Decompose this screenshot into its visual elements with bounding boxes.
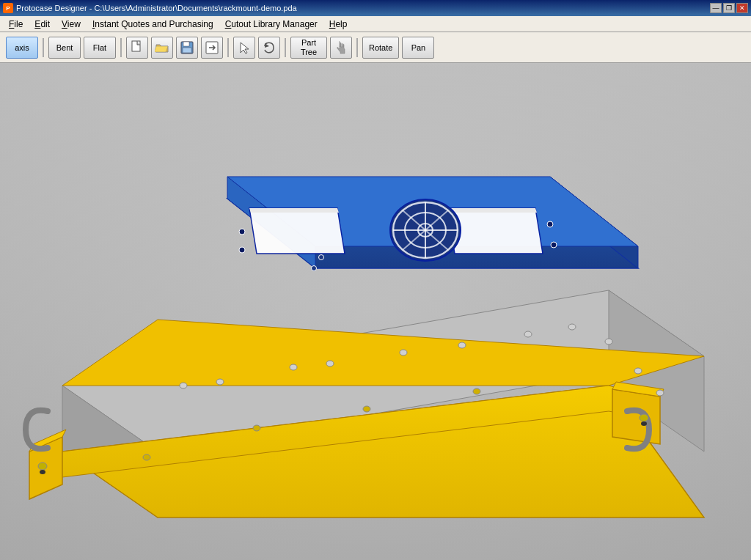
menu-file[interactable]: File [3, 18, 29, 31]
toolbar-separator-5 [356, 38, 358, 57]
toolbar-separator-2 [120, 38, 122, 57]
open-file-button[interactable] [151, 37, 173, 59]
toolbar-separator-3 [227, 38, 229, 57]
svg-point-44 [326, 361, 334, 366]
rotate-button[interactable]: Rotate [362, 37, 399, 59]
svg-marker-5 [265, 43, 269, 48]
svg-point-53 [253, 425, 260, 431]
title-bar: P Protocase Designer - C:\Users\Administ… [0, 0, 751, 16]
svg-point-49 [605, 339, 612, 345]
svg-point-17 [38, 463, 47, 470]
svg-rect-2 [183, 42, 189, 46]
menu-view[interactable]: View [56, 18, 87, 31]
svg-point-48 [568, 324, 576, 330]
svg-point-57 [312, 266, 317, 271]
select-tool-button[interactable] [233, 37, 255, 59]
axis-button[interactable]: axis [6, 37, 38, 59]
svg-point-18 [40, 470, 45, 474]
cursor-icon [237, 40, 252, 55]
title-controls: — ❐ ✕ [710, 3, 748, 13]
svg-marker-15 [612, 389, 660, 444]
svg-marker-28 [447, 208, 537, 213]
svg-point-39 [547, 221, 553, 227]
svg-point-20 [641, 421, 647, 426]
svg-point-38 [239, 247, 245, 253]
open-folder-icon [155, 40, 169, 55]
title-bar-left: P Protocase Designer - C:\Users\Administ… [3, 3, 297, 13]
undo-button[interactable] [258, 37, 280, 59]
save-button[interactable] [176, 37, 198, 59]
pan-button[interactable]: Pan [402, 37, 434, 59]
new-document-icon [130, 40, 144, 55]
maximize-button[interactable]: ❐ [723, 3, 735, 13]
flat-button[interactable]: Flat [84, 37, 116, 59]
svg-point-52 [143, 454, 150, 460]
bent-button[interactable]: Bent [48, 37, 81, 59]
help-button[interactable] [330, 37, 352, 59]
title-text: Protocase Designer - C:\Users\Administra… [16, 4, 297, 12]
menu-bar: File Edit View Instant Quotes and Purcha… [0, 16, 751, 32]
svg-point-19 [640, 414, 648, 421]
svg-point-37 [239, 229, 245, 235]
svg-point-42 [216, 379, 224, 385]
save-icon [180, 40, 194, 55]
toolbar-separator-1 [43, 38, 44, 57]
svg-point-50 [634, 368, 642, 374]
svg-point-47 [524, 331, 532, 337]
svg-marker-27 [447, 208, 543, 254]
menu-instant-quotes[interactable]: Instant Quotes and Purchasing [87, 18, 219, 31]
menu-cutout-library[interactable]: Cutout Library Manager [219, 18, 323, 31]
toolbar: axis Bent Flat [0, 32, 751, 63]
menu-edit[interactable]: Edit [29, 18, 56, 31]
svg-point-56 [319, 255, 324, 260]
svg-point-45 [400, 350, 407, 355]
svg-point-41 [180, 383, 187, 388]
export-button[interactable] [201, 37, 223, 59]
svg-rect-3 [183, 48, 191, 53]
app-icon: P [3, 3, 13, 13]
toolbar-separator-4 [285, 38, 286, 57]
rackmount-3d-view [0, 63, 751, 560]
hand-pointer-icon [334, 40, 348, 55]
undo-icon [262, 40, 276, 55]
new-document-button[interactable] [126, 37, 148, 59]
svg-point-54 [363, 406, 370, 412]
close-button[interactable]: ✕ [736, 3, 748, 13]
part-tree-button[interactable]: Part Tree [290, 37, 327, 59]
svg-point-40 [551, 242, 557, 248]
export-icon [205, 40, 219, 55]
svg-rect-0 [132, 41, 140, 51]
menu-help[interactable]: Help [323, 18, 353, 31]
minimize-button[interactable]: — [710, 3, 722, 13]
svg-marker-26 [249, 208, 339, 213]
svg-point-51 [656, 390, 664, 396]
canvas-area[interactable] [0, 63, 751, 560]
svg-marker-25 [249, 208, 345, 254]
svg-point-43 [290, 364, 297, 370]
svg-point-46 [458, 342, 466, 348]
svg-point-55 [473, 388, 480, 394]
